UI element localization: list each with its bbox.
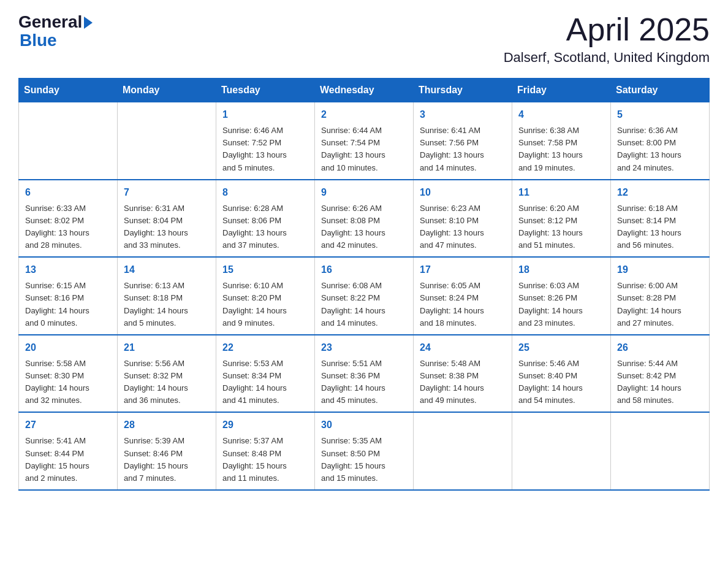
- day-number: 21: [124, 340, 210, 355]
- week-row-1: 1Sunrise: 6:46 AM Sunset: 7:52 PM Daylig…: [19, 102, 710, 180]
- day-number: 30: [321, 418, 407, 432]
- day-number: 13: [25, 262, 111, 277]
- calendar-cell: 9Sunrise: 6:26 AM Sunset: 8:08 PM Daylig…: [315, 180, 414, 258]
- weekday-header-monday: Monday: [118, 79, 216, 102]
- calendar-cell: 1Sunrise: 6:46 AM Sunset: 7:52 PM Daylig…: [216, 102, 315, 180]
- logo-general-text: General: [18, 12, 82, 32]
- month-title: April 2025: [504, 12, 710, 47]
- weekday-header-thursday: Thursday: [414, 79, 512, 102]
- day-info: Sunrise: 6:38 AM Sunset: 7:58 PM Dayligh…: [518, 124, 604, 174]
- calendar-cell: 6Sunrise: 6:33 AM Sunset: 8:02 PM Daylig…: [19, 180, 118, 258]
- day-number: 22: [222, 340, 308, 355]
- week-row-3: 13Sunrise: 6:15 AM Sunset: 8:16 PM Dayli…: [19, 257, 710, 335]
- calendar-cell: 14Sunrise: 6:13 AM Sunset: 8:18 PM Dayli…: [118, 257, 216, 335]
- weekday-header-sunday: Sunday: [19, 79, 118, 102]
- week-row-4: 20Sunrise: 5:58 AM Sunset: 8:30 PM Dayli…: [19, 335, 710, 413]
- day-info: Sunrise: 6:18 AM Sunset: 8:14 PM Dayligh…: [617, 202, 703, 252]
- day-info: Sunrise: 6:05 AM Sunset: 8:24 PM Dayligh…: [420, 280, 506, 329]
- calendar-cell: 11Sunrise: 6:20 AM Sunset: 8:12 PM Dayli…: [512, 180, 611, 258]
- day-number: 24: [420, 340, 506, 355]
- weekday-header-wednesday: Wednesday: [315, 79, 414, 102]
- location-title: Dalserf, Scotland, United Kingdom: [504, 50, 710, 66]
- day-info: Sunrise: 6:26 AM Sunset: 8:08 PM Dayligh…: [321, 202, 407, 252]
- calendar-cell: 12Sunrise: 6:18 AM Sunset: 8:14 PM Dayli…: [611, 180, 710, 258]
- day-info: Sunrise: 6:13 AM Sunset: 8:18 PM Dayligh…: [124, 280, 210, 329]
- day-info: Sunrise: 5:37 AM Sunset: 8:48 PM Dayligh…: [222, 435, 308, 484]
- calendar-cell: [118, 102, 216, 180]
- day-number: 16: [321, 262, 407, 277]
- day-number: 14: [124, 262, 210, 277]
- day-info: Sunrise: 6:23 AM Sunset: 8:10 PM Dayligh…: [420, 202, 506, 252]
- day-info: Sunrise: 5:58 AM Sunset: 8:30 PM Dayligh…: [25, 358, 111, 407]
- day-number: 2: [321, 107, 407, 122]
- day-number: 29: [222, 418, 308, 432]
- day-info: Sunrise: 6:10 AM Sunset: 8:20 PM Dayligh…: [222, 280, 308, 329]
- day-info: Sunrise: 6:33 AM Sunset: 8:02 PM Dayligh…: [25, 202, 111, 252]
- weekday-header-friday: Friday: [512, 79, 611, 102]
- calendar-cell: 13Sunrise: 6:15 AM Sunset: 8:16 PM Dayli…: [19, 257, 118, 335]
- day-number: 4: [518, 107, 604, 122]
- calendar-cell: 17Sunrise: 6:05 AM Sunset: 8:24 PM Dayli…: [414, 257, 512, 335]
- day-number: 17: [420, 262, 506, 277]
- day-info: Sunrise: 5:44 AM Sunset: 8:42 PM Dayligh…: [617, 358, 703, 407]
- calendar-cell: 18Sunrise: 6:03 AM Sunset: 8:26 PM Dayli…: [512, 257, 611, 335]
- logo: General Blue: [18, 12, 93, 49]
- calendar-cell: 30Sunrise: 5:35 AM Sunset: 8:50 PM Dayli…: [315, 412, 414, 490]
- calendar-cell: 3Sunrise: 6:41 AM Sunset: 7:56 PM Daylig…: [414, 102, 512, 180]
- title-area: April 2025 Dalserf, Scotland, United Kin…: [504, 12, 710, 66]
- calendar-cell: 8Sunrise: 6:28 AM Sunset: 8:06 PM Daylig…: [216, 180, 315, 258]
- calendar-cell: 19Sunrise: 6:00 AM Sunset: 8:28 PM Dayli…: [611, 257, 710, 335]
- day-number: 15: [222, 262, 308, 277]
- day-number: 11: [518, 185, 604, 200]
- day-number: 3: [420, 107, 506, 122]
- day-number: 18: [518, 262, 604, 277]
- calendar-cell: 2Sunrise: 6:44 AM Sunset: 7:54 PM Daylig…: [315, 102, 414, 180]
- weekday-header-row: SundayMondayTuesdayWednesdayThursdayFrid…: [19, 79, 710, 102]
- calendar-cell: 21Sunrise: 5:56 AM Sunset: 8:32 PM Dayli…: [118, 335, 216, 413]
- day-number: 1: [222, 107, 308, 122]
- calendar-cell: 28Sunrise: 5:39 AM Sunset: 8:46 PM Dayli…: [118, 412, 216, 490]
- calendar-cell: 29Sunrise: 5:37 AM Sunset: 8:48 PM Dayli…: [216, 412, 315, 490]
- day-number: 19: [617, 262, 703, 277]
- week-row-2: 6Sunrise: 6:33 AM Sunset: 8:02 PM Daylig…: [19, 180, 710, 258]
- calendar-cell: [512, 412, 611, 490]
- day-info: Sunrise: 5:53 AM Sunset: 8:34 PM Dayligh…: [222, 358, 308, 407]
- day-info: Sunrise: 5:41 AM Sunset: 8:44 PM Dayligh…: [25, 435, 111, 484]
- calendar-table: SundayMondayTuesdayWednesdayThursdayFrid…: [18, 78, 710, 491]
- calendar-cell: 26Sunrise: 5:44 AM Sunset: 8:42 PM Dayli…: [611, 335, 710, 413]
- calendar-cell: [19, 102, 118, 180]
- weekday-header-tuesday: Tuesday: [216, 79, 315, 102]
- day-number: 6: [25, 185, 111, 200]
- logo-triangle-icon: [84, 17, 93, 29]
- day-number: 12: [617, 185, 703, 200]
- calendar-cell: 24Sunrise: 5:48 AM Sunset: 8:38 PM Dayli…: [414, 335, 512, 413]
- day-number: 7: [124, 185, 210, 200]
- calendar-cell: 15Sunrise: 6:10 AM Sunset: 8:20 PM Dayli…: [216, 257, 315, 335]
- day-info: Sunrise: 6:28 AM Sunset: 8:06 PM Dayligh…: [222, 202, 308, 252]
- calendar-cell: 23Sunrise: 5:51 AM Sunset: 8:36 PM Dayli…: [315, 335, 414, 413]
- calendar-cell: 20Sunrise: 5:58 AM Sunset: 8:30 PM Dayli…: [19, 335, 118, 413]
- day-info: Sunrise: 6:44 AM Sunset: 7:54 PM Dayligh…: [321, 124, 407, 174]
- day-info: Sunrise: 6:03 AM Sunset: 8:26 PM Dayligh…: [518, 280, 604, 329]
- day-number: 8: [222, 185, 308, 200]
- day-info: Sunrise: 5:35 AM Sunset: 8:50 PM Dayligh…: [321, 435, 407, 484]
- calendar-cell: 4Sunrise: 6:38 AM Sunset: 7:58 PM Daylig…: [512, 102, 611, 180]
- day-info: Sunrise: 6:41 AM Sunset: 7:56 PM Dayligh…: [420, 124, 506, 174]
- day-number: 26: [617, 340, 703, 355]
- day-number: 20: [25, 340, 111, 355]
- day-info: Sunrise: 5:51 AM Sunset: 8:36 PM Dayligh…: [321, 358, 407, 407]
- day-info: Sunrise: 6:36 AM Sunset: 8:00 PM Dayligh…: [617, 124, 703, 174]
- day-number: 23: [321, 340, 407, 355]
- calendar-cell: 7Sunrise: 6:31 AM Sunset: 8:04 PM Daylig…: [118, 180, 216, 258]
- calendar-cell: 10Sunrise: 6:23 AM Sunset: 8:10 PM Dayli…: [414, 180, 512, 258]
- calendar-cell: 25Sunrise: 5:46 AM Sunset: 8:40 PM Dayli…: [512, 335, 611, 413]
- day-info: Sunrise: 5:48 AM Sunset: 8:38 PM Dayligh…: [420, 358, 506, 407]
- logo-blue-text: Blue: [20, 32, 57, 49]
- calendar-cell: 16Sunrise: 6:08 AM Sunset: 8:22 PM Dayli…: [315, 257, 414, 335]
- day-info: Sunrise: 6:31 AM Sunset: 8:04 PM Dayligh…: [124, 202, 210, 252]
- day-info: Sunrise: 6:20 AM Sunset: 8:12 PM Dayligh…: [518, 202, 604, 252]
- day-info: Sunrise: 5:56 AM Sunset: 8:32 PM Dayligh…: [124, 358, 210, 407]
- day-number: 25: [518, 340, 604, 355]
- day-number: 9: [321, 185, 407, 200]
- day-number: 27: [25, 418, 111, 432]
